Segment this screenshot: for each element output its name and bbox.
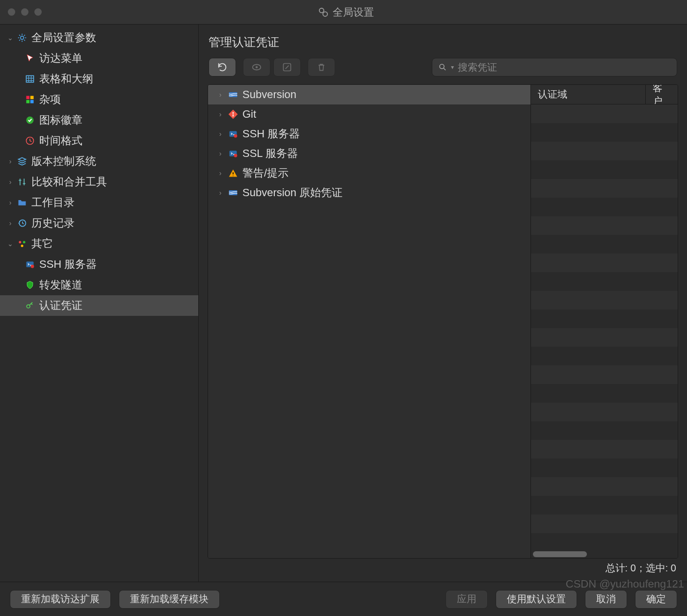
category-row-3[interactable]: ›SSL 服务器 [208,144,530,163]
reload-cache-button[interactable]: 重新加载缓存模块 [119,590,220,609]
sidebar-item-0-1[interactable]: 表格和大纲 [0,69,198,89]
folder-icon [17,197,27,208]
sidebar-section-label: 比较和合并工具 [31,175,107,189]
main-panel: 管理认证凭证 [199,25,687,582]
disclosure-icon: › [213,150,228,157]
reload-finder-button[interactable]: 重新加载访达扩展 [10,590,111,609]
terminal-icon [25,259,35,270]
refresh-button[interactable] [209,58,236,77]
table-body-empty [531,104,678,550]
gears-icon [318,7,329,18]
category-row-2[interactable]: ›SSH 服务器 [208,124,530,144]
history-icon [17,218,27,229]
sidebar-item-label: 转发隧道 [39,278,82,292]
sidebar-item-5-0[interactable]: SSH 服务器 [0,254,198,275]
sidebar-item-5-1[interactable]: 转发隧道 [0,275,198,295]
footer: 重新加载访达扩展 重新加载缓存模块 应用 使用默认设置 取消 确定 [0,582,687,616]
toolbar: ▾ [199,58,687,84]
svg-point-1 [323,12,327,16]
main-heading: 管理认证凭证 [199,25,687,58]
sidebar-section-3[interactable]: ›工作目录 [0,192,198,213]
svg-point-0 [319,8,323,12]
category-row-4[interactable]: ›警告/提示 [208,163,530,183]
sidebar-section-label: 历史记录 [31,216,75,231]
disclosure-icon: ⌄ [6,240,15,248]
defaults-button[interactable]: 使用默认设置 [496,590,577,609]
disclosure-icon: › [6,157,15,165]
key-icon [25,300,35,311]
terminal-icon [228,148,238,159]
category-row-1[interactable]: ›Git [208,104,530,124]
shield-icon [25,280,35,290]
disclosure-icon: › [6,199,15,206]
sidebar-section-5[interactable]: ⌄其它 [0,233,198,254]
category-label: 警告/提示 [242,166,289,180]
sidebar-section-0[interactable]: ⌄全局设置参数 [0,27,198,48]
svg-point-13 [21,245,24,247]
titlebar: 全局设置 [0,0,687,25]
sidebar-item-label: 杂项 [39,92,61,107]
search-input[interactable] [458,62,671,73]
category-row-0[interactable]: ›Subversion [208,85,530,104]
svg-point-26 [234,134,238,138]
svg-rect-29 [229,190,238,195]
sidebar-item-5-2[interactable]: 认证凭证 [0,295,198,316]
sidebar-section-label: 工作目录 [31,195,75,210]
svg-point-11 [19,241,21,243]
svg-point-12 [23,241,26,243]
close-dot[interactable] [8,8,15,16]
disclosure-icon: › [6,219,15,227]
ok-button[interactable]: 确定 [635,590,677,609]
minimize-dot[interactable] [21,8,28,16]
category-label: Git [242,108,256,121]
svg-point-15 [31,265,34,268]
sidebar-section-2[interactable]: ›比较和合并工具 [0,172,198,192]
svg-rect-5 [30,96,34,100]
svg-point-16 [26,305,30,308]
category-label: SSH 服务器 [242,127,300,141]
column-header-client[interactable]: 客户 [646,85,678,104]
sidebar-section-label: 其它 [31,236,53,251]
svg-point-2 [21,36,24,40]
column-header-domain[interactable]: 认证域 [531,85,645,104]
category-label: Subversion [242,88,296,101]
disclosure-icon: › [213,169,228,177]
window-title: 全局设置 [333,5,374,19]
cancel-button[interactable]: 取消 [585,590,627,609]
search-box[interactable]: ▾ [432,58,677,77]
svg-point-18 [256,66,258,69]
sidebar-section-1[interactable]: ›版本控制系统 [0,151,198,172]
svg-rect-4 [26,96,30,100]
clock-icon [25,135,35,146]
sidebar-item-0-0[interactable]: 访达菜单 [0,48,198,69]
category-label: SSL 服务器 [242,146,298,161]
sidebar-item-0-3[interactable]: 图标徽章 [0,110,198,130]
svg-rect-3 [26,76,34,82]
delete-button [308,58,335,77]
gear-icon [17,32,27,43]
sidebar-item-label: SSH 服务器 [39,257,97,272]
category-label: Subversion 原始凭证 [242,185,343,200]
disclosure-icon: › [213,91,228,99]
category-row-5[interactable]: ›Subversion 原始凭证 [208,183,530,203]
sidebar-item-0-2[interactable]: 杂项 [0,89,198,110]
disclosure-icon: › [213,189,228,197]
disclosure-icon: › [6,178,15,186]
sidebar-item-label: 认证凭证 [39,298,82,313]
sidebar-item-0-4[interactable]: 时间格式 [0,130,198,151]
horizontal-scrollbar[interactable] [531,550,678,558]
compare-icon [17,177,27,187]
svg-point-20 [440,64,444,69]
svg-rect-21 [229,92,238,97]
apply-button: 应用 [446,590,488,609]
sidebar-item-label: 图标徽章 [39,113,82,128]
view-button [243,58,270,77]
git-icon [228,109,238,120]
zoom-dot[interactable] [34,8,42,16]
check-badge-icon [25,115,35,126]
disclosure-icon: › [213,130,228,138]
svn-icon [228,89,238,100]
warning-icon [228,168,238,179]
sidebar-item-label: 访达菜单 [39,51,82,66]
sidebar-section-4[interactable]: ›历史记录 [0,213,198,233]
